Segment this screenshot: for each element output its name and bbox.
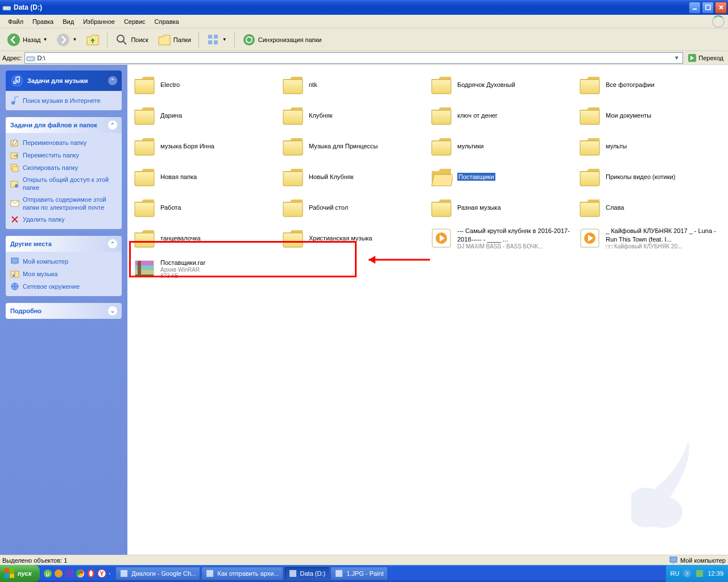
taskbar: пуск μ Y › Диалоги - Google Ch...Как отп…: [0, 565, 728, 582]
folder-icon: [578, 73, 601, 96]
go-label: Переход: [698, 55, 723, 61]
place-network[interactable]: Сетевое окружение: [10, 280, 117, 293]
chevron-up-icon[interactable]: ⌃: [108, 239, 117, 248]
svg-rect-46: [121, 570, 127, 577]
chevron-up-icon[interactable]: ⌃: [108, 120, 117, 130]
folder-icon: [133, 104, 156, 127]
file-item[interactable]: Слава: [576, 192, 725, 223]
file-item[interactable]: Новый Клубняк: [279, 161, 428, 192]
menu-edit[interactable]: Правка: [28, 16, 58, 27]
folder-icon: [282, 196, 304, 219]
taskbar-task[interactable]: 1.JPG - Paint: [330, 567, 387, 580]
file-item[interactable]: Мои документы: [576, 100, 725, 131]
file-item[interactable]: ключ от денег: [428, 100, 576, 131]
yandex-icon[interactable]: Y: [97, 569, 106, 578]
svg-point-4: [7, 34, 20, 46]
task-email[interactable]: Отправить содержимое этой папки по элект…: [10, 194, 117, 214]
annotation-highlight: [129, 241, 357, 277]
menu-file[interactable]: Файл: [3, 16, 28, 27]
panel-header[interactable]: Другие места ⌃: [6, 236, 122, 252]
folders-button[interactable]: Папки: [154, 31, 195, 49]
chevron-down-icon[interactable]: ▾: [672, 54, 681, 61]
ql-expand-icon[interactable]: ›: [108, 571, 112, 576]
separator: [107, 32, 107, 48]
file-item[interactable]: мульты: [576, 131, 725, 161]
task-search-music[interactable]: Поиск музыки в Интернете: [10, 94, 117, 107]
taskbar-task[interactable]: Как отправить архи...: [201, 567, 283, 580]
file-item[interactable]: --- Самый крутой клубняк в 2016-2017-201…: [428, 223, 576, 253]
task-share[interactable]: Открыть общий доступ к этой папке: [10, 174, 117, 194]
file-item[interactable]: музыка Боря Инна: [131, 131, 279, 161]
minimize-button[interactable]: [689, 2, 701, 14]
taskbar-task[interactable]: Диалоги - Google Ch...: [115, 567, 200, 580]
file-item[interactable]: Приколы видео (котики): [576, 161, 725, 192]
start-button[interactable]: пуск: [0, 565, 40, 582]
status-location: Мой компьютер: [680, 557, 726, 564]
app-icon[interactable]: [65, 569, 74, 578]
back-label: Назад: [23, 36, 41, 43]
file-item[interactable]: Разная музыка: [428, 192, 576, 223]
panel-header[interactable]: Задачи для музыки ⌃: [6, 70, 122, 91]
menu-tools[interactable]: Сервис: [119, 16, 150, 27]
tray-expand-icon[interactable]: [682, 569, 692, 578]
views-button[interactable]: ▼: [203, 31, 230, 49]
file-item[interactable]: _ Кайфовый КЛУБНЯК 2017 _ - Luna - Run T…: [576, 223, 725, 253]
search-button[interactable]: Поиск: [111, 31, 151, 49]
taskbar-task[interactable]: Data (D:): [284, 567, 330, 580]
maximize-button[interactable]: [702, 2, 714, 14]
music-note-icon: [10, 96, 19, 105]
back-button[interactable]: Назад ▼: [3, 31, 51, 49]
menu-favorites[interactable]: Избранное: [78, 16, 119, 27]
panel-header[interactable]: Подробно ⌄: [6, 303, 122, 319]
search-label: Поиск: [131, 36, 148, 43]
chevron-down-icon[interactable]: ⌄: [108, 306, 117, 315]
opera-icon[interactable]: [86, 569, 96, 578]
file-item[interactable]: Новая папка: [131, 161, 279, 192]
file-item[interactable]: мультики: [428, 131, 576, 161]
place-mymusic[interactable]: Моя музыка: [10, 268, 117, 280]
svg-rect-47: [206, 570, 213, 577]
tray-icon[interactable]: [695, 569, 704, 578]
place-mycomputer[interactable]: Мой компьютер: [10, 255, 117, 268]
task-rename[interactable]: Переименовать папку: [10, 136, 117, 149]
folders-icon: [158, 33, 171, 47]
forward-button[interactable]: ▼: [53, 31, 80, 49]
file-item[interactable]: Бодрячок Духовный: [428, 69, 576, 100]
status-selection: Выделено объектов: 1: [2, 557, 67, 564]
folder-icon: [133, 135, 156, 157]
task-delete[interactable]: Удалить папку: [10, 213, 117, 226]
menu-view[interactable]: Вид: [58, 16, 78, 27]
file-item[interactable]: Дарина: [131, 100, 279, 131]
audio-file-icon: [430, 227, 453, 250]
file-item[interactable]: Поставщики: [428, 161, 576, 192]
panel-header[interactable]: Задачи для файлов и папок ⌃: [6, 117, 122, 133]
task-copy[interactable]: Скопировать папку: [10, 161, 117, 174]
menu-help[interactable]: Справка: [150, 16, 184, 27]
clock[interactable]: 12:39: [708, 570, 723, 577]
file-item[interactable]: Рабочий стол: [279, 192, 428, 223]
chrome-icon[interactable]: [76, 569, 85, 578]
file-item[interactable]: Музыка для Принцессы: [279, 131, 428, 161]
file-item[interactable]: Electro: [131, 69, 279, 100]
item-label: мультики: [457, 142, 483, 150]
file-item[interactable]: Работа: [131, 192, 279, 223]
content-area[interactable]: ElectrontkБодрячок ДуховныйВсе фотографи…: [127, 65, 728, 555]
music-folder-icon: [10, 269, 19, 278]
file-item[interactable]: Все фотографии: [576, 69, 725, 100]
folder-icon: [282, 135, 304, 157]
file-item[interactable]: ntk: [279, 69, 428, 100]
address-input[interactable]: D:\ ▾: [24, 52, 684, 64]
file-item[interactable]: Клубняк: [279, 100, 428, 131]
item-label: Рабочий стол: [309, 203, 348, 211]
folder-icon: [133, 73, 156, 96]
app-icon[interactable]: [54, 569, 63, 578]
close-button[interactable]: [715, 2, 727, 14]
up-button[interactable]: [82, 31, 103, 49]
language-indicator[interactable]: RU: [671, 570, 680, 577]
torrent-icon[interactable]: μ: [43, 569, 52, 578]
go-button[interactable]: Переход: [685, 52, 726, 64]
svg-rect-51: [696, 570, 703, 577]
sync-button[interactable]: Синхронизация папки: [239, 31, 325, 49]
chevron-up-icon[interactable]: ⌃: [108, 76, 117, 85]
task-move[interactable]: Переместить папку: [10, 149, 117, 161]
